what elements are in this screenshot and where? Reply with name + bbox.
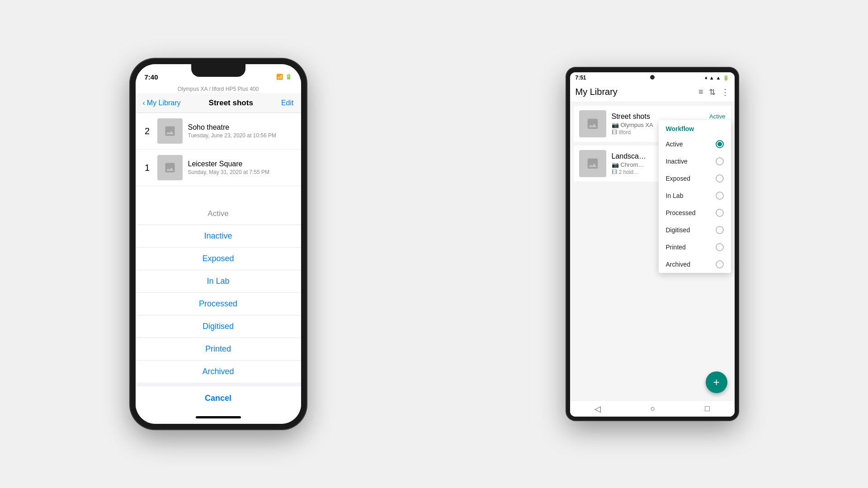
item-number: 1: [143, 163, 152, 173]
dropdown-header: Workflow: [659, 120, 731, 136]
item-thumbnail: [579, 150, 606, 177]
dropdown-label-inactive: Inactive: [666, 158, 688, 165]
radio-inlab: [716, 192, 724, 200]
item-title: Landsca…: [612, 152, 646, 160]
iphone-subtitle: Olympus XA / Ilford HP5 Plus 400: [136, 84, 301, 93]
image-placeholder-icon: [164, 125, 176, 137]
action-cancel-button[interactable]: Cancel: [136, 386, 301, 410]
android-screen: 7:51 ♦ ▲ ▲ 🔋 My Library ≡ ⇅ ⋮: [570, 72, 735, 417]
dropdown-item-printed[interactable]: Printed: [659, 239, 731, 256]
item-info: Leicester Square Sunday, May 31, 2020 at…: [188, 160, 270, 175]
dropdown-item-processed[interactable]: Processed: [659, 204, 731, 221]
dropdown-item-digitised[interactable]: Digitised: [659, 221, 731, 239]
action-item-exposed[interactable]: Exposed: [136, 248, 301, 270]
android-content: Street shots Active 📷 Olympus XA 🎞 Ilfor…: [570, 102, 735, 400]
iphone-device: 7:40 📶 🔋 Olympus XA / Ilford HP5 Plus 40…: [130, 59, 307, 429]
android-status-icons: ♦ ▲ ▲ 🔋: [705, 75, 729, 81]
diamond-icon: ♦: [705, 75, 708, 80]
action-item-printed[interactable]: Printed: [136, 338, 301, 361]
image-placeholder-icon: [164, 161, 176, 174]
active-badge: Active: [709, 113, 725, 120]
iphone-home-indicator: [136, 410, 301, 424]
android-header-icons: ≡ ⇅ ⋮: [698, 87, 729, 97]
iphone-edit-button[interactable]: Edit: [281, 99, 294, 107]
iphone-list: 2 Soho theatre Tuesday, June 23, 2020 at…: [136, 113, 301, 203]
item-title: Street shots: [612, 113, 650, 121]
dropdown-label-archived: Archived: [666, 261, 690, 268]
radio-processed: [716, 209, 724, 217]
radio-printed: [716, 243, 724, 251]
signal-icon: ▲: [716, 75, 721, 80]
action-item-digitised[interactable]: Digitised: [136, 315, 301, 338]
dropdown-label-exposed: Exposed: [666, 175, 690, 182]
image-placeholder-icon: [586, 157, 599, 170]
dropdown-item-archived[interactable]: Archived: [659, 256, 731, 273]
android-header-title: My Library: [576, 87, 618, 97]
action-item-processed[interactable]: Processed: [136, 293, 301, 315]
iphone-back-label: My Library: [147, 99, 181, 107]
sort-icon[interactable]: ⇅: [709, 87, 716, 97]
android-time: 7:51: [576, 75, 586, 81]
item-date: Sunday, May 31, 2020 at 7:55 PM: [188, 169, 270, 175]
action-item-active[interactable]: Active: [136, 203, 301, 225]
dropdown-item-exposed[interactable]: Exposed: [659, 170, 731, 187]
iphone-nav-title: Street shots: [209, 99, 253, 108]
item-title: Leicester Square: [188, 160, 270, 168]
home-nav-icon[interactable]: ○: [651, 404, 656, 413]
action-item-inactive[interactable]: Inactive: [136, 225, 301, 248]
chevron-left-icon: ‹: [143, 99, 145, 107]
radio-active: [716, 140, 724, 148]
camera-icon: 📷: [612, 161, 619, 168]
dropdown-label-digitised: Digitised: [666, 226, 690, 234]
list-item[interactable]: 2 Soho theatre Tuesday, June 23, 2020 at…: [136, 113, 301, 150]
iphone-notch: [191, 64, 245, 77]
dropdown-label-inlab: In Lab: [666, 192, 684, 199]
recents-nav-icon[interactable]: □: [705, 404, 710, 413]
radio-archived: [716, 260, 724, 268]
film-icon: 🎞: [612, 169, 617, 175]
radio-digitised: [716, 226, 724, 234]
iphone-home-bar: [196, 416, 241, 418]
item-info: Soho theatre Tuesday, June 23, 2020 at 1…: [188, 123, 276, 139]
iphone-time: 7:40: [145, 73, 158, 81]
android-nav-bar: ◁ ○ □: [570, 400, 735, 417]
fab-button[interactable]: +: [706, 371, 727, 393]
action-item-inlab[interactable]: In Lab: [136, 270, 301, 293]
dropdown-label-active: Active: [666, 141, 683, 148]
radio-inactive: [716, 157, 724, 165]
list-item[interactable]: 1 Leicester Square Sunday, May 31, 2020 …: [136, 150, 301, 186]
item-thumbnail: [157, 118, 183, 144]
dropdown-header-text: Workflow: [666, 125, 694, 132]
dropdown-label-printed: Printed: [666, 244, 686, 251]
camera-icon: 📷: [612, 122, 619, 128]
battery-icon: 🔋: [723, 75, 729, 81]
item-thumbnail: [579, 110, 606, 137]
dropdown-label-processed: Processed: [666, 209, 696, 216]
battery-icon: 🔋: [285, 74, 292, 80]
filter-icon[interactable]: ≡: [698, 87, 703, 97]
dropdown-item-active[interactable]: Active: [659, 136, 731, 153]
iphone-screen: 7:40 📶 🔋 Olympus XA / Ilford HP5 Plus 40…: [136, 64, 301, 424]
iphone-nav-bar: ‹ My Library Street shots Edit: [136, 93, 301, 113]
item-title: Soho theatre: [188, 123, 276, 131]
iphone-back-button[interactable]: ‹ My Library: [143, 99, 181, 107]
image-placeholder-icon: [586, 117, 599, 131]
action-sheet-group: Active Inactive Exposed In Lab Processed…: [136, 203, 301, 383]
wifi-icon: 📶: [276, 74, 283, 80]
item-date: Tuesday, June 23, 2020 at 10:56 PM: [188, 132, 276, 139]
more-icon[interactable]: ⋮: [721, 87, 729, 97]
item-number: 2: [143, 126, 152, 136]
android-header: My Library ≡ ⇅ ⋮: [570, 83, 735, 102]
android-device: 7:51 ♦ ▲ ▲ 🔋 My Library ≡ ⇅ ⋮: [566, 68, 738, 420]
film-icon: 🎞: [612, 129, 617, 136]
action-item-archived[interactable]: Archived: [136, 361, 301, 383]
wifi-icon: ▲: [709, 75, 714, 80]
item-thumbnail: [157, 155, 183, 180]
back-nav-icon[interactable]: ◁: [594, 404, 601, 414]
dropdown-item-inactive[interactable]: Inactive: [659, 153, 731, 170]
iphone-status-icons: 📶 🔋: [276, 74, 292, 80]
android-camera: [650, 75, 655, 80]
workflow-dropdown: Workflow Active Inactive Exposed In Lab: [659, 120, 731, 273]
dropdown-item-inlab[interactable]: In Lab: [659, 187, 731, 204]
radio-exposed: [716, 174, 724, 183]
